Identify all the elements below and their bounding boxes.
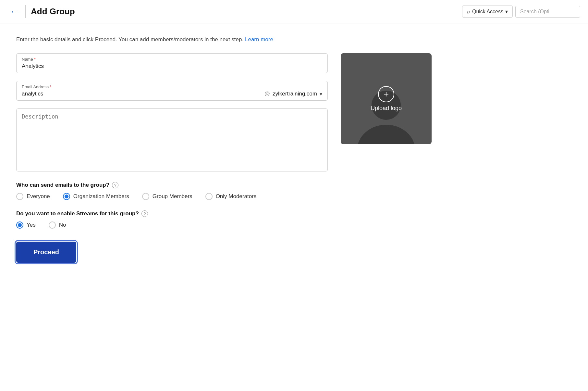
back-button[interactable]: ← [8,6,20,17]
chevron-down-icon: ▾ [505,8,508,15]
streams-section: Do you want to enable Streams for this g… [16,210,328,229]
quick-access-button[interactable]: ⌕ Quick Access ▾ [462,6,513,18]
email-permission-question: Who can send emails to the group? ? [16,182,328,188]
domain-value: zylkertraining.com [273,91,317,97]
radio-everyone-label: Everyone [27,193,50,200]
email-permission-section: Who can send emails to the group? ? Ever… [16,182,328,200]
email-row: @ zylkertraining.com ▾ [22,91,322,97]
header-left: ← Add Group [8,5,75,18]
quick-access-label: Quick Access [472,9,503,15]
name-required-star: * [34,57,36,62]
name-field-group: Name * [16,53,328,73]
header-right: ⌕ Quick Access ▾ Search (Opti [462,6,580,18]
form-area: Name * Email Address * @ [16,53,572,263]
upload-logo-label: Upload logo [371,105,402,112]
name-label: Name * [22,57,322,62]
email-label: Email Address * [22,84,322,89]
radio-group-members-circle [142,193,149,200]
radio-option-everyone[interactable]: Everyone [16,193,50,200]
radio-no-label: No [59,222,66,228]
form-fields: Name * Email Address * @ [16,53,328,263]
description-field-group [16,108,328,171]
radio-option-org-members[interactable]: Organization Members [63,193,129,200]
search-placeholder: Search (Opti [520,9,549,15]
email-permission-help-icon[interactable]: ? [112,182,118,188]
radio-everyone-circle [16,193,23,200]
proceed-button[interactable]: Proceed [16,242,76,263]
description-field-wrapper [16,108,328,171]
email-input[interactable] [22,91,262,97]
radio-yes-circle [16,221,23,229]
streams-options: Yes No [16,221,328,229]
learn-more-link[interactable]: Learn more [245,36,273,43]
page-title: Add Group [25,5,75,18]
radio-org-members-circle [63,193,70,200]
radio-only-moderators-label: Only Moderators [216,193,257,200]
svg-point-1 [357,125,415,144]
radio-option-only-moderators[interactable]: Only Moderators [205,193,257,200]
info-text: Enter the basic details and click Procee… [16,36,572,43]
description-input[interactable] [22,113,322,165]
at-symbol: @ [264,91,270,97]
radio-group-members-label: Group Members [153,193,192,200]
search-box[interactable]: Search (Opti [515,6,580,18]
email-permission-options: Everyone Organization Members Group Memb… [16,193,328,200]
name-input[interactable] [22,63,322,69]
radio-yes-label: Yes [27,222,36,228]
email-field-wrapper: Email Address * @ zylkertraining.com ▾ [16,81,328,101]
search-icon: ⌕ [467,9,470,15]
main-content: Enter the basic details and click Procee… [0,23,588,276]
domain-chevron-icon: ▾ [320,91,322,97]
radio-only-moderators-circle [205,193,213,200]
proceed-section: Proceed [16,242,328,263]
radio-org-members-label: Organization Members [73,193,129,200]
radio-option-group-members[interactable]: Group Members [142,193,192,200]
page-header: ← Add Group ⌕ Quick Access ▾ Search (Opt… [0,0,588,23]
radio-option-yes[interactable]: Yes [16,221,36,229]
email-field-group: Email Address * @ zylkertraining.com ▾ [16,81,328,101]
radio-option-no[interactable]: No [49,221,66,229]
back-icon: ← [10,7,18,16]
domain-selector[interactable]: zylkertraining.com ▾ [273,91,322,97]
logo-upload-area[interactable]: + Upload logo [341,53,432,144]
plus-circle: + [378,86,394,102]
email-required-star: * [50,84,51,89]
name-field-wrapper: Name * [16,53,328,73]
streams-question: Do you want to enable Streams for this g… [16,210,328,217]
radio-no-circle [49,221,56,229]
plus-icon: + [384,89,389,99]
streams-help-icon[interactable]: ? [141,210,148,217]
